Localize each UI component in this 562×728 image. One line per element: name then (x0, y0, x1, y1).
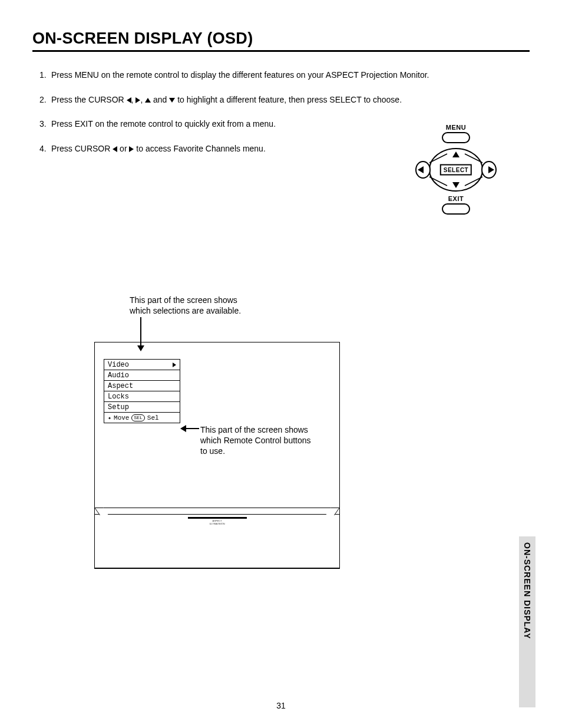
menu-button-icon (442, 132, 470, 143)
step-number: 1. (39, 70, 51, 81)
submenu-arrow-icon (173, 363, 176, 367)
cursor-down-icon (169, 98, 175, 103)
callout-remote-buttons: This part of the screen shows which Remo… (200, 424, 324, 457)
osd-menu: Video Audio Aspect Locks Setup ✦ Move (104, 359, 180, 423)
arrow-left-icon (181, 428, 199, 429)
osd-hint-row: ✦ Move SEL Sel (104, 413, 180, 423)
step-number: 3. (39, 118, 51, 130)
cursor-up-icon (145, 98, 151, 103)
select-button-label: SELECT (440, 164, 472, 176)
dpad-icon: SELECT (415, 147, 497, 193)
sel-button-icon: SEL (131, 414, 144, 421)
step-number: 2. (39, 94, 51, 106)
step-1: 1. Press MENU on the remote control to d… (39, 70, 530, 81)
section-tab-label: ON-SCREEN DISPLAY (523, 542, 532, 639)
svg-line-5 (465, 154, 482, 163)
osd-item-video: Video (104, 359, 180, 370)
move-diamond-icon: ✦ (108, 414, 111, 421)
osd-item-locks: Locks (104, 391, 180, 402)
dpad-left-icon (418, 166, 424, 173)
step-text: Press MENU on the remote control to disp… (51, 70, 429, 81)
osd-item-setup: Setup (104, 402, 180, 413)
dpad-down-icon (452, 182, 459, 188)
step-text: Press EXIT on the remote control to quic… (51, 118, 276, 130)
svg-line-3 (429, 154, 447, 163)
step-number: 4. (39, 143, 51, 155)
osd-item-audio: Audio (104, 370, 180, 381)
tv-speaker-panel: ASPECT ULTRAVISION (95, 515, 339, 568)
step-text: Press the CURSOR , , and to highlight a … (51, 94, 402, 106)
step-2: 2. Press the CURSOR , , and to highlight… (39, 94, 530, 106)
dpad-right-icon (488, 166, 494, 173)
osd-item-aspect: Aspect (104, 381, 180, 391)
callout-selections-available: This part of the screen shows which sele… (130, 295, 241, 316)
exit-button-icon (442, 203, 470, 215)
page-number: 31 (0, 701, 562, 710)
tv-brand-tag: ASPECT ULTRAVISION (188, 517, 247, 525)
dpad-up-icon (452, 151, 459, 157)
exit-label: EXIT (409, 195, 503, 202)
page-title: ON-SCREEN DISPLAY (OSD) (32, 29, 530, 48)
svg-line-4 (429, 177, 447, 186)
remote-control-illustration: MENU SELECT EXIT (409, 124, 503, 218)
tv-bevel (95, 508, 339, 515)
page: ON-SCREEN DISPLAY (OSD) 1. Press MENU on… (0, 0, 562, 728)
step-text: Press CURSOR or to access Favorite Chann… (51, 143, 266, 155)
section-tab: ON-SCREEN DISPLAY (519, 536, 535, 707)
title-underline (32, 50, 530, 52)
svg-line-6 (465, 177, 482, 186)
cursor-left-icon (127, 97, 131, 103)
menu-label: MENU (409, 124, 503, 131)
